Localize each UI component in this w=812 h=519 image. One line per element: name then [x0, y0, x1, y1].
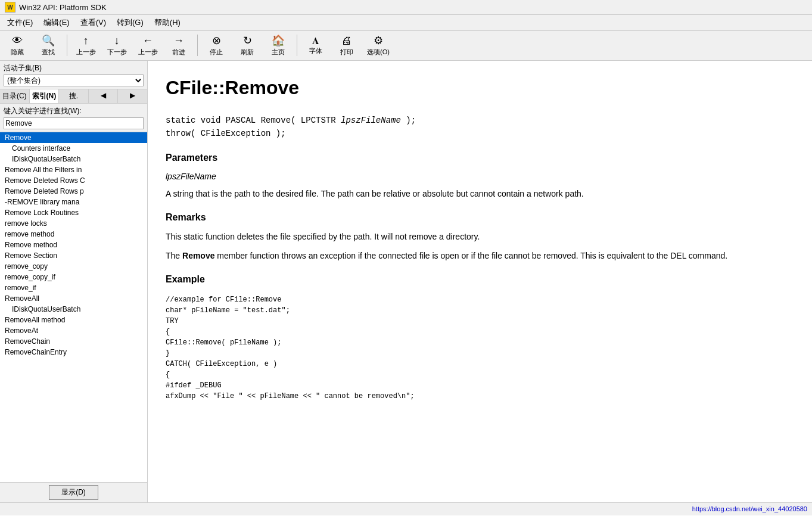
toolbar-home-btn[interactable]: 🏠 主页	[263, 33, 293, 58]
toolbar-find-btn[interactable]: 🔍 查找	[33, 33, 63, 58]
toolbar-prev-btn[interactable]: ↑ 上一步	[71, 33, 101, 58]
sig-italic1: lpszFileName	[341, 116, 401, 125]
list-item[interactable]: Remove	[0, 132, 147, 143]
sig-line1-end: );	[401, 116, 416, 125]
down-icon: ↓	[114, 35, 120, 48]
remarks-bold: Remove	[182, 251, 214, 260]
list-item[interactable]: remove_if	[0, 282, 147, 293]
list-item[interactable]: Remove Deleted Rows p	[0, 186, 147, 197]
title-bar: W Win32 API: Platform SDK	[0, 0, 812, 15]
list-item[interactable]: -REMOVE library mana	[0, 197, 147, 207]
show-button[interactable]: 显示(D)	[49, 485, 98, 500]
font-icon: 𝐀	[312, 35, 319, 46]
toolbar-options-btn[interactable]: ⚙ 选项(O)	[363, 33, 394, 58]
list-item[interactable]: Remove Deleted Rows C	[0, 175, 147, 186]
list-item[interactable]: Remove Lock Routines	[0, 207, 147, 218]
list-item[interactable]: RemoveAt	[0, 325, 147, 336]
up-icon: ↑	[83, 35, 89, 48]
menu-edit[interactable]: 编辑(E)	[39, 16, 74, 29]
code-line: }	[166, 348, 794, 359]
list-item[interactable]: Remove All the Filters in	[0, 164, 147, 175]
active-subset-section: 活动子集(B) (整个集合)	[0, 61, 147, 89]
list-item[interactable]: remove_copy	[0, 261, 147, 272]
app-icon: W	[5, 2, 15, 13]
code-line: //example for CFile::Remove	[166, 294, 794, 305]
options-icon: ⚙	[374, 35, 383, 48]
toolbar-hide-btn[interactable]: 👁 隐藏	[2, 33, 32, 58]
tab-prev[interactable]: ◀	[89, 89, 119, 103]
list-item[interactable]: remove method	[0, 229, 147, 240]
forward-icon: →	[173, 35, 184, 48]
status-bar: https://blog.csdn.net/wei_xin_44020580	[0, 502, 812, 515]
toolbar-stop-btn[interactable]: ⊗ 停止	[201, 33, 231, 58]
toolbar-refresh-btn[interactable]: ↻ 刷新	[232, 33, 262, 58]
list-item[interactable]: RemoveAll	[0, 293, 147, 304]
toolbar-font-label: 字体	[309, 46, 322, 55]
param-name: lpszFileName	[166, 170, 794, 183]
toolbar-font-btn[interactable]: 𝐀 字体	[301, 33, 331, 57]
list-item[interactable]: Remove Section	[0, 250, 147, 261]
menu-view[interactable]: 查看(V)	[76, 16, 111, 29]
toolbar-find-label: 查找	[42, 48, 55, 57]
toolbar-forward-btn[interactable]: → 前进	[164, 33, 194, 58]
menu-goto[interactable]: 转到(G)	[112, 16, 148, 29]
code-block: //example for CFile::Removechar* pFileNa…	[166, 292, 794, 404]
sig-line2: throw( CFileException );	[166, 129, 286, 138]
menu-help[interactable]: 帮助(H)	[150, 16, 185, 29]
toolbar-back-label: 上一步	[138, 48, 158, 57]
right-panel: CFile::Remove static void PASCAL Remove(…	[148, 61, 812, 502]
show-button-row: 显示(D)	[0, 482, 147, 502]
remarks-text2: The Remove member function throws an exc…	[166, 249, 794, 262]
code-line: TRY	[166, 316, 794, 327]
search-label: 键入关键字进行查找(W):	[4, 107, 82, 115]
toolbar-options-label: 选项(O)	[367, 48, 390, 57]
list-item[interactable]: IDiskQuotaUserBatch	[0, 304, 147, 315]
tab-search[interactable]: 搜.	[59, 89, 89, 103]
list-item[interactable]: remove locks	[0, 218, 147, 229]
params-heading: Parameters	[166, 150, 794, 166]
index-list[interactable]: RemoveCounters interfaceIDiskQuotaUserBa…	[0, 132, 147, 482]
code-line: #ifdef _DEBUG	[166, 380, 794, 391]
list-item[interactable]: RemoveAll method	[0, 315, 147, 325]
search-input[interactable]	[4, 117, 144, 129]
tab-index[interactable]: 索引(N)	[30, 89, 60, 103]
list-item[interactable]: remove_copy_if	[0, 272, 147, 282]
code-line: {	[166, 369, 794, 380]
menu-file[interactable]: 文件(E)	[2, 16, 38, 29]
sig-line1-pre: static void PASCAL Remove( LPCTSTR	[166, 116, 341, 125]
find-icon: 🔍	[42, 35, 55, 48]
example-heading: Example	[166, 272, 794, 287]
hide-icon: 👁	[12, 35, 23, 48]
list-item[interactable]: RemoveChainEntry	[0, 347, 147, 358]
code-line: afxDump << "File " << pFileName << " can…	[166, 391, 794, 402]
toolbar-next-label: 下一步	[107, 48, 127, 57]
toolbar-sep3	[297, 35, 297, 56]
code-line: {	[166, 327, 794, 337]
toolbar-prev-label: 上一步	[76, 48, 96, 57]
list-item[interactable]: Counters interface	[0, 143, 147, 154]
code-line: char* pFileName = "test.dat";	[166, 305, 794, 316]
list-item[interactable]: RemoveChain	[0, 336, 147, 347]
subset-select[interactable]: (整个集合)	[4, 74, 144, 86]
stop-icon: ⊗	[212, 35, 221, 48]
toolbar-print-btn[interactable]: 🖨 打印	[332, 33, 362, 58]
code-line: CFile::Remove( pFileName );	[166, 337, 794, 348]
tabs-row: 目录(C) 索引(N) 搜. ◀ ▶	[0, 89, 147, 104]
refresh-icon: ↻	[243, 35, 252, 48]
list-item[interactable]: Remove method	[0, 240, 147, 250]
signature-block: static void PASCAL Remove( LPCTSTR lpszF…	[166, 114, 794, 141]
toolbar-next-btn[interactable]: ↓ 下一步	[102, 33, 132, 58]
param-desc: A string that is the path to the desired…	[166, 187, 794, 200]
remarks-pre: The	[166, 251, 182, 260]
toolbar-stop-label: 停止	[210, 48, 223, 57]
subset-select-row: (整个集合)	[4, 74, 144, 86]
left-panel: 活动子集(B) (整个集合) 目录(C) 索引(N) 搜. ◀ ▶ 键入关键字进…	[0, 61, 148, 502]
toolbar: 👁 隐藏 🔍 查找 ↑ 上一步 ↓ 下一步 ← 上一步 → 前进 ⊗ 停止 ↻ …	[0, 31, 812, 61]
toolbar-back-btn[interactable]: ← 上一步	[133, 33, 163, 58]
active-subset-label: 活动子集(B)	[4, 64, 42, 72]
list-item[interactable]: IDiskQuotaUserBatch	[0, 154, 147, 164]
toolbar-sep2	[197, 35, 198, 56]
tab-next[interactable]: ▶	[118, 89, 147, 103]
back-icon: ←	[142, 35, 153, 48]
tab-contents[interactable]: 目录(C)	[0, 89, 30, 103]
